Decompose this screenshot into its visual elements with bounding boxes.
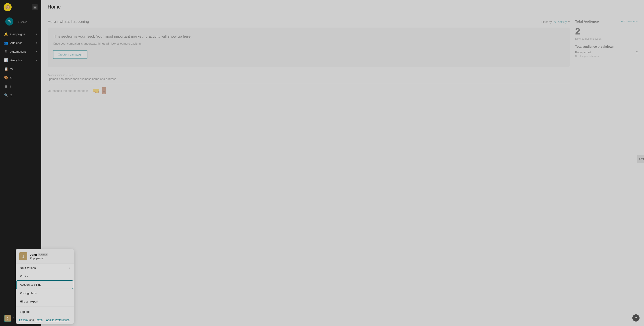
modal-overlay[interactable]	[0, 0, 644, 326]
